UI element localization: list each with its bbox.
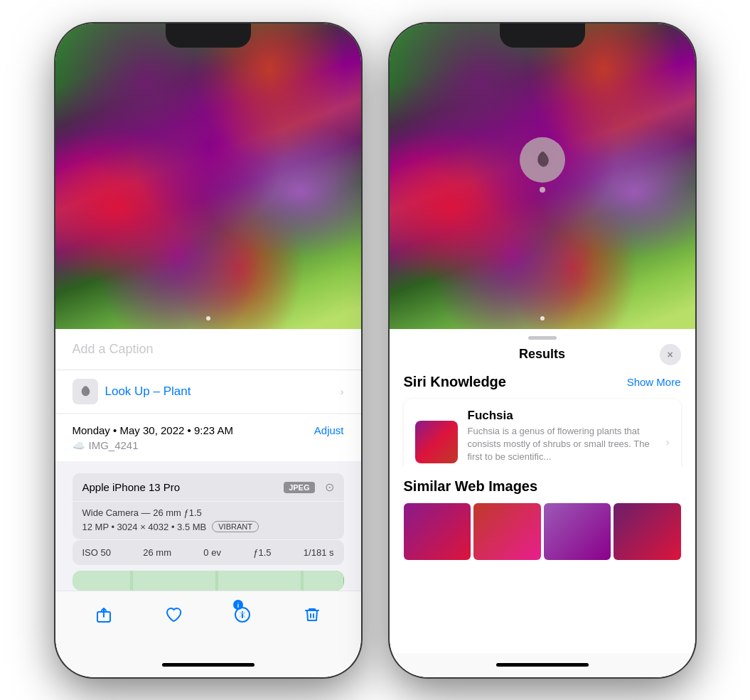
photo-date: Monday • May 30, 2022 • 9:23 AM <box>73 424 233 436</box>
similar-title: Similar Web Images <box>404 478 681 495</box>
fuchsia-name: Fuchsia <box>468 409 656 423</box>
close-button[interactable]: × <box>660 344 681 365</box>
filename: IMG_4241 <box>89 439 139 451</box>
flower-image <box>55 23 361 329</box>
date-row: Monday • May 30, 2022 • 9:23 AM Adjust <box>73 424 344 436</box>
vibrant-badge: VIBRANT <box>212 521 259 532</box>
jpeg-badge: JPEG <box>284 482 314 493</box>
similar-section: Similar Web Images <box>390 467 695 560</box>
ev-value: 0 ev <box>203 547 221 558</box>
handle-bar <box>528 336 557 340</box>
siri-bubble <box>520 137 565 183</box>
right-home-bar <box>496 663 589 667</box>
device-name: Apple iPhone 13 Pro <box>82 481 181 493</box>
photo-view[interactable] <box>55 23 361 329</box>
similar-images-grid <box>404 503 681 560</box>
lookup-row[interactable]: Look Up – Plant › <box>55 370 361 413</box>
home-indicator <box>55 653 361 677</box>
similar-image-4[interactable] <box>614 503 681 560</box>
right-phone-screen: Results × Siri Knowledge Show More Fuchs… <box>390 23 695 677</box>
lookup-chevron: › <box>341 386 344 397</box>
resolution-row: 12 MP • 3024 × 4032 • 3.5 MB VIBRANT <box>82 521 334 532</box>
svg-rect-2 <box>130 571 133 591</box>
fuchsia-text: Fuchsia Fuchsia is a genus of flowering … <box>468 409 656 467</box>
siri-knowledge-title: Siri Knowledge <box>404 374 506 390</box>
lookup-icon <box>73 379 98 404</box>
info-button[interactable]: i <box>227 599 258 630</box>
results-panel: Results × Siri Knowledge Show More Fuchs… <box>390 329 695 677</box>
fuchsia-chevron: › <box>666 436 670 448</box>
left-phone: Add a Caption Look Up – Plant › Monday • <box>55 23 361 677</box>
similar-image-1[interactable] <box>404 503 471 560</box>
right-home-indicator <box>390 653 695 677</box>
similar-image-3[interactable] <box>544 503 611 560</box>
camera-detail: Wide Camera — 26 mm ƒ1.5 <box>82 507 334 518</box>
left-phone-screen: Add a Caption Look Up – Plant › Monday • <box>55 23 361 677</box>
lookup-label: Look Up – Plant <box>105 384 191 399</box>
iso-value: ISO 50 <box>82 547 111 558</box>
knowledge-item-fuchsia[interactable]: Fuchsia Fuchsia is a genus of flowering … <box>404 399 681 467</box>
drag-handle[interactable] <box>390 329 695 344</box>
fuchsia-desc: Fuchsia is a genus of flowering plants t… <box>468 425 656 464</box>
caption-area[interactable]: Add a Caption <box>55 329 361 370</box>
right-phone: Results × Siri Knowledge Show More Fuchs… <box>390 23 695 677</box>
fuchsia-thumbnail <box>415 421 458 463</box>
map-thumbnail[interactable] <box>73 571 344 591</box>
cloud-icon: ☁️ <box>73 440 85 451</box>
knowledge-card: Fuchsia Fuchsia is a genus of flowering … <box>404 399 681 467</box>
adjust-button[interactable]: Adjust <box>314 424 344 436</box>
device-header: Apple iPhone 13 Pro JPEG ⊙ <box>73 473 344 501</box>
focal-value: 26 mm <box>143 547 171 558</box>
fuchsia-source: Wikipedia <box>468 465 656 466</box>
home-bar <box>162 663 255 667</box>
similar-image-2[interactable] <box>473 503 541 560</box>
right-photo-view[interactable] <box>390 23 695 329</box>
svg-rect-4 <box>301 571 304 591</box>
metadata-section: Monday • May 30, 2022 • 9:23 AM Adjust ☁… <box>55 414 361 461</box>
shutter-value: 1/181 s <box>304 547 334 558</box>
filename-row: ☁️ IMG_4241 <box>73 439 344 451</box>
like-button[interactable] <box>158 599 189 630</box>
info-panel: Add a Caption Look Up – Plant › Monday • <box>55 329 361 591</box>
svg-rect-3 <box>215 571 218 591</box>
page-indicator <box>206 316 210 321</box>
device-details: Wide Camera — 26 mm ƒ1.5 12 MP • 3024 × … <box>73 502 344 539</box>
bottom-spacer <box>390 560 695 653</box>
aperture-value: ƒ1.5 <box>253 547 271 558</box>
siri-dot <box>540 187 545 193</box>
show-more-button[interactable]: Show More <box>627 376 681 388</box>
results-header: Results × <box>390 344 695 374</box>
siri-search-overlay <box>520 137 565 193</box>
svg-text:i: i <box>237 602 240 609</box>
camera-icon: ⊙ <box>325 480 334 494</box>
share-button[interactable] <box>88 599 119 630</box>
bottom-toolbar: i <box>55 591 361 653</box>
right-page-indicator <box>540 316 545 321</box>
delete-button[interactable] <box>296 599 328 630</box>
exif-row: ISO 50 26 mm 0 ev ƒ1.5 1/181 s <box>73 540 344 565</box>
siri-knowledge-section: Siri Knowledge Show More Fuchsia Fuchsia… <box>390 374 695 467</box>
device-section: Apple iPhone 13 Pro JPEG ⊙ Wide Camera —… <box>55 463 361 565</box>
results-title: Results <box>425 347 660 362</box>
caption-placeholder[interactable]: Add a Caption <box>73 342 154 356</box>
resolution: 12 MP • 3024 × 4032 • 3.5 MB <box>82 522 207 532</box>
siri-knowledge-header: Siri Knowledge Show More <box>404 374 681 390</box>
